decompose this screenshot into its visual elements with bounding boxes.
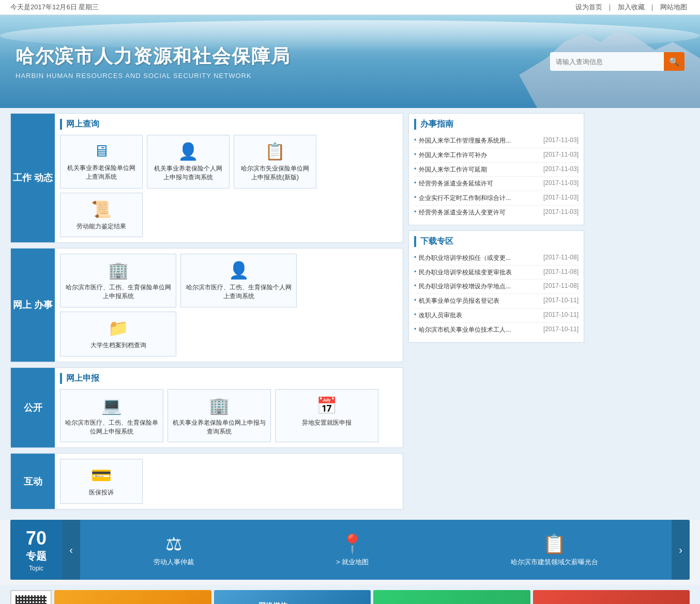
banner-media[interactable]: 网络媒体 美丽哈尔滨 文明创城 <box>214 590 371 604</box>
office-item-1[interactable]: 🏢 哈尔滨市医疗、工伤、生育保险单位网上申报系统 <box>60 254 176 307</box>
banner-harbin[interactable]: 美丽哈尔滨 <box>533 590 690 604</box>
topic-cn: 专题 <box>26 549 47 563</box>
download-item-4: • 机关事业单位学员报名登记表 [2017-10-11] <box>414 294 579 308</box>
guide-title-1[interactable]: 外国人来华工作管理服务系统用... <box>419 136 541 145</box>
guide-title: 办事指南 <box>420 119 453 130</box>
calendar-icon: 📅 <box>280 396 374 415</box>
download-item-3: • 民办职业培训学校增设办学地点... [2017-11-08] <box>414 280 579 294</box>
guide-item-2: • 外国人来华工作许可补办 [2017-11-03] <box>414 148 579 163</box>
download-list: • 民办职业培训学校拟任（或变更... [2017-11-08] • 民办职业培… <box>414 251 579 337</box>
bullet-6: • <box>414 208 416 215</box>
search-button[interactable]: 🔍 <box>664 52 684 71</box>
gavel-icon: ⚖ <box>154 533 194 555</box>
set-homepage-link[interactable]: 设为首页 <box>575 3 602 11</box>
card-icon: 💳 <box>65 466 138 485</box>
topic-item-3[interactable]: 📋 哈尔滨市建筑领域欠薪曝光台 <box>511 533 598 567</box>
bullet-3: • <box>414 165 416 173</box>
report-title-bar: 网上申报 <box>60 373 398 384</box>
medical-complaint-item[interactable]: 💳 医保投诉 <box>60 459 143 504</box>
building2-icon: 🏢 <box>172 396 266 415</box>
report-title: 网上申报 <box>66 373 99 384</box>
site-title-en: HARBIN HUMAN RESOURCES AND SOCIAL SECURI… <box>16 72 550 80</box>
query-item-3-label: 哈尔滨市失业保险单位网上申报系统(新版) <box>238 164 312 182</box>
query-item-2[interactable]: 👤 机关事业养老保险个人网上申报与查询系统 <box>147 135 230 189</box>
office-item-1-label: 哈尔滨市医疗、工伤、生育保险单位网上申报系统 <box>65 283 172 301</box>
guide-title-bar: 办事指南 <box>414 119 579 130</box>
dl-bullet-1: • <box>414 254 416 261</box>
query-grid: 🖥 机关事业养老保险单位网上查询系统 👤 机关事业养老保险个人网上申报与查询系统… <box>60 135 398 237</box>
report-item-3[interactable]: 📅 异地安置就医申报 <box>275 389 378 443</box>
query-item-1-label: 机关事业养老保险单位网上查询系统 <box>65 164 138 181</box>
monitor-icon: 🖥 <box>65 142 138 161</box>
top-links: 设为首页 ｜ 加入收藏 ｜ 网站地图 <box>573 3 690 12</box>
query-item-4[interactable]: 📜 劳动能力鉴定结果 <box>60 193 143 238</box>
download-date-2: [2017-11-08] <box>543 268 579 275</box>
office-item-2[interactable]: 👤 哈尔滨市医疗、工伤、生育保险个人网上查询系统 <box>180 254 297 307</box>
banner-values[interactable]: 图说我们的价值观 <box>54 590 211 604</box>
right-panel: 办事指南 • 外国人来华工作管理服务系统用... [2017-11-03] • … <box>408 113 584 515</box>
dl-bullet-4: • <box>414 297 416 304</box>
report-item-2[interactable]: 🏢 机关事业养老保险单位网上申报与查询系统 <box>168 389 271 443</box>
office-item-3[interactable]: 📁 大学生档案到档查询 <box>60 312 176 357</box>
download-item-6: • 哈尔滨市机关事业单位技术工人... [2017-10-11] <box>414 323 579 337</box>
doc-icon: 📋 <box>238 142 312 161</box>
topic-item-2-label: > 就业地图 <box>336 557 369 567</box>
dl-bullet-2: • <box>414 268 416 275</box>
guide-date-5: [2017-11-03] <box>543 194 579 201</box>
sitemap-link[interactable]: 网站地图 <box>660 3 687 11</box>
download-title-3[interactable]: 民办职业培训学校增设办学地点... <box>419 282 541 291</box>
download-title-2[interactable]: 民办职业培训学校延续变更审批表 <box>419 268 541 277</box>
report-item-1-label: 哈尔滨市医疗、工伤、生育保险单位网上申报系统 <box>65 419 159 436</box>
guide-title-3[interactable]: 外国人来华工作许可延期 <box>419 165 541 174</box>
topic-label: 70 专题 Topic <box>10 520 62 580</box>
qr-code <box>10 590 52 604</box>
left-panel: 工作 动态 网上查询 🖥 机关事业养老保险单位网上查询系统 👤 机关事业养老保险… <box>10 113 403 515</box>
folder-icon: 📁 <box>65 318 172 338</box>
download-date-5: [2017-10-11] <box>543 311 579 318</box>
guide-title-2[interactable]: 外国人来华工作许可补办 <box>419 151 541 160</box>
online-office-body: 🏢 哈尔滨市医疗、工伤、生育保险单位网上申报系统 👤 哈尔滨市医疗、工伤、生育保… <box>55 249 403 361</box>
query-item-3[interactable]: 📋 哈尔滨市失业保险单位网上申报系统(新版) <box>234 135 316 189</box>
guide-item-6: • 经营劳务派遣业务法人变更许可 [2017-11-03] <box>414 206 579 220</box>
bullet-1: • <box>414 136 416 144</box>
report-items: 💻 哈尔滨市医疗、工伤、生育保险单位网上申报系统 🏢 机关事业养老保险单位网上申… <box>60 389 398 443</box>
guide-date-3: [2017-11-03] <box>543 165 579 173</box>
topic-item-1[interactable]: ⚖ 劳动人事仲裁 <box>154 533 194 567</box>
topic-item-2[interactable]: 📍 > 就业地图 <box>336 533 369 567</box>
guide-title-4[interactable]: 经营劳务派遣业务延续许可 <box>419 179 541 188</box>
download-title-6[interactable]: 哈尔滨市机关事业单位技术工人... <box>419 326 541 334</box>
online-office-section: 网上 办事 🏢 哈尔滨市医疗、工伤、生育保险单位网上申报系统 👤 哈尔滨市医疗、… <box>10 248 403 362</box>
bullet-5: • <box>414 194 416 201</box>
query-item-4-label: 劳动能力鉴定结果 <box>65 222 138 231</box>
guide-item-1: • 外国人来华工作管理服务系统用... [2017-11-03] <box>414 134 579 148</box>
site-title-cn: 哈尔滨市人力资源和社会保障局 <box>16 44 550 69</box>
download-date-4: [2017-10-11] <box>543 297 579 304</box>
public-section: 公开 网上申报 💻 哈尔滨市医疗、工伤、生育保险单位网上申报系统 🏢 机关事业养… <box>10 367 403 448</box>
download-title-1[interactable]: 民办职业培训学校拟任（或变更... <box>419 254 541 262</box>
banner-civic[interactable]: 讲文明 树新风 公益广告 <box>373 590 530 604</box>
guide-section: 办事指南 • 外国人来华工作管理服务系统用... [2017-11-03] • … <box>408 113 584 225</box>
guide-title-6[interactable]: 经营劳务派遣业务法人变更许可 <box>419 208 541 217</box>
online-query-title-bar: 网上查询 <box>60 119 398 130</box>
add-bookmark-link[interactable]: 加入收藏 <box>618 3 645 11</box>
work-news-label: 工作 动态 <box>11 114 55 242</box>
building-icon: 🏢 <box>65 260 172 280</box>
topic-next-button[interactable]: › <box>672 520 690 580</box>
search-input[interactable] <box>550 52 664 71</box>
topic-prev-button[interactable]: ‹ <box>62 520 80 580</box>
download-title-5[interactable]: 改职人员审批表 <box>419 311 541 320</box>
topic-count: 70 <box>26 528 47 549</box>
download-title-4[interactable]: 机关事业单位学员报名登记表 <box>419 297 541 305</box>
medical-complaint-label: 医保投诉 <box>65 488 138 497</box>
guide-date-4: [2017-11-03] <box>543 179 579 187</box>
site-header: 哈尔滨市人力资源和社会保障局 HARBIN HUMAN RESOURCES AN… <box>0 15 700 108</box>
download-title-bar: 下载专区 <box>414 236 579 247</box>
dl-bullet-6: • <box>414 326 416 333</box>
download-item-2: • 民办职业培训学校延续变更审批表 [2017-11-08] <box>414 266 579 280</box>
office-item-2-label: 哈尔滨市医疗、工伤、生育保险个人网上查询系统 <box>185 283 292 301</box>
bullet-2: • <box>414 151 416 158</box>
query-item-1[interactable]: 🖥 机关事业养老保险单位网上查询系统 <box>60 135 143 189</box>
report-item-1[interactable]: 💻 哈尔滨市医疗、工伤、生育保险单位网上申报系统 <box>60 389 163 443</box>
qr-image <box>16 595 47 604</box>
guide-title-5[interactable]: 企业实行不定时工作制和综合计... <box>419 194 541 203</box>
